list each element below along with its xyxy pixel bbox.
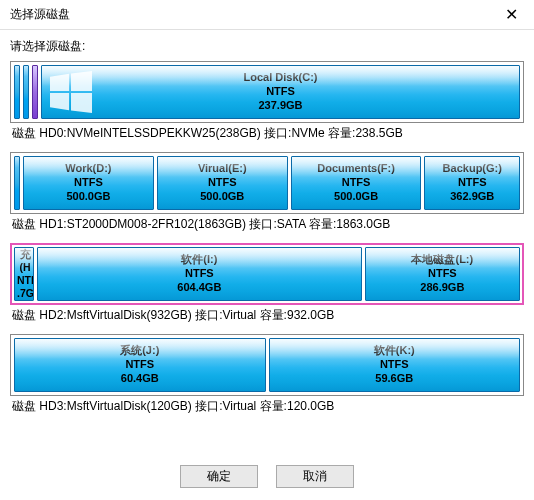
prompt-label: 请选择源磁盘:	[10, 38, 524, 55]
partition-name: Work(D:)	[65, 162, 111, 176]
dialog-content: 请选择源磁盘: Local Disk(C:)NTFS237.9GB磁盘 HD0:…	[0, 30, 534, 415]
partition-fs: NTFS	[266, 85, 295, 99]
partition-fs: NTFS	[428, 267, 457, 281]
partition[interactable]: Virual(E:)NTFS500.0GB	[157, 156, 288, 210]
partition-name: Backup(G:)	[443, 162, 502, 176]
close-button[interactable]: ✕	[496, 3, 526, 27]
partition-name: 软件(I:)	[181, 253, 217, 267]
partition-stub	[14, 65, 20, 119]
partition-stub	[23, 65, 29, 119]
partition-fs: NTFS	[185, 267, 214, 281]
partition-fs: NTFS	[208, 176, 237, 190]
partition-size: 362.9GB	[450, 190, 494, 204]
partition-size: 59.6GB	[375, 372, 413, 386]
partition-size: 500.0GB	[200, 190, 244, 204]
partition-stub	[14, 156, 20, 210]
window-title: 选择源磁盘	[10, 6, 70, 23]
partition-name: 系统(J:)	[120, 344, 159, 358]
partition[interactable]: 软件(K:)NTFS59.6GB	[269, 338, 521, 392]
partition-size: .7G	[17, 287, 34, 300]
disk-info-label: 磁盘 HD0:NVMeINTELSSDPEKKW25(238GB) 接口:NVM…	[10, 125, 524, 142]
partition-size: 237.9GB	[258, 99, 302, 113]
partition-name: 软件(K:)	[374, 344, 415, 358]
partition[interactable]: 本地磁盘(L:)NTFS286.9GB	[365, 247, 520, 301]
partition[interactable]: Documents(F:)NTFS500.0GB	[291, 156, 422, 210]
partition[interactable]: Backup(G:)NTFS362.9GB	[424, 156, 520, 210]
partition-size: 500.0GB	[334, 190, 378, 204]
partition-size: 286.9GB	[420, 281, 464, 295]
partition-name: Local Disk(C:)	[244, 71, 318, 85]
partition[interactable]: Work(D:)NTFS500.0GB	[23, 156, 154, 210]
partition-size: 500.0GB	[66, 190, 110, 204]
partition-name: Virual(E:)	[198, 162, 247, 176]
disk-row[interactable]: Work(D:)NTFS500.0GBVirual(E:)NTFS500.0GB…	[10, 152, 524, 214]
partition-size: 60.4GB	[121, 372, 159, 386]
partition-size: 604.4GB	[177, 281, 221, 295]
partition-fs: NTFF	[17, 274, 34, 287]
disk-info-label: 磁盘 HD3:MsftVirtualDisk(120GB) 接口:Virtual…	[10, 398, 524, 415]
disk-info-label: 磁盘 HD2:MsftVirtualDisk(932GB) 接口:Virtual…	[10, 307, 524, 324]
disk-info-label: 磁盘 HD1:ST2000DM008-2FR102(1863GB) 接口:SAT…	[10, 216, 524, 233]
titlebar: 选择源磁盘 ✕	[0, 0, 534, 30]
disk-row[interactable]: Local Disk(C:)NTFS237.9GB	[10, 61, 524, 123]
partition[interactable]: Local Disk(C:)NTFS237.9GB	[41, 65, 520, 119]
partition[interactable]: 软件(I:)NTFS604.4GB	[37, 247, 362, 301]
partition[interactable]: 充(HNTFF.7G	[14, 247, 34, 301]
partition-fs: NTFS	[458, 176, 487, 190]
disk-row[interactable]: 充(HNTFF.7G软件(I:)NTFS604.4GB本地磁盘(L:)NTFS2…	[10, 243, 524, 305]
close-icon: ✕	[505, 5, 518, 24]
partition-fs: NTFS	[342, 176, 371, 190]
button-bar: 确定 取消	[0, 455, 534, 500]
partition-name: Documents(F:)	[317, 162, 395, 176]
windows-logo-icon	[50, 71, 92, 113]
partition-stub	[32, 65, 38, 119]
partition-name: 本地磁盘(L:)	[411, 253, 473, 267]
disk-row[interactable]: 系统(J:)NTFS60.4GB软件(K:)NTFS59.6GB	[10, 334, 524, 396]
partition-fs: NTFS	[74, 176, 103, 190]
partition-fs: NTFS	[125, 358, 154, 372]
cancel-button[interactable]: 取消	[276, 465, 354, 488]
partition-name: 充(H	[17, 248, 33, 274]
partition[interactable]: 系统(J:)NTFS60.4GB	[14, 338, 266, 392]
partition-fs: NTFS	[380, 358, 409, 372]
ok-button[interactable]: 确定	[180, 465, 258, 488]
